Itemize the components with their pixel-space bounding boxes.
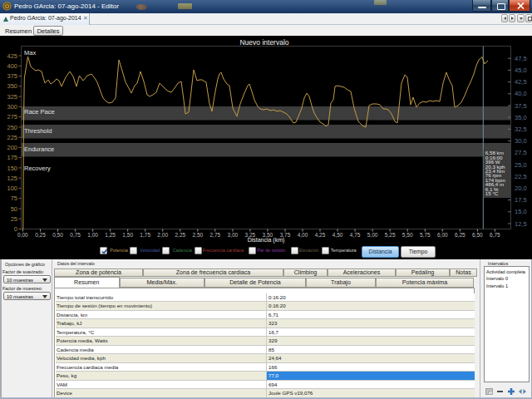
svg-text:4,75: 4,75 [350,232,361,238]
svg-text:42,5: 42,5 [515,78,527,86]
svg-text:Race Pace: Race Pace [24,108,55,116]
svg-text:17,5: 17,5 [515,196,527,204]
svg-text:1,75: 1,75 [140,232,150,238]
svg-text:4,50: 4,50 [332,232,343,238]
svg-text:20,0: 20,0 [515,185,527,192]
svg-text:6,75: 6,75 [490,232,500,238]
svg-text:15,0: 15,0 [515,208,527,215]
svg-text:2,25: 2,25 [175,232,185,238]
svg-text:275: 275 [7,113,17,121]
svg-text:40,0: 40,0 [515,90,527,97]
svg-text:0,25: 0,25 [35,232,46,238]
svg-text:125: 125 [7,175,17,182]
svg-text:Endurance: Endurance [24,145,54,153]
svg-text:37,5: 37,5 [515,102,527,110]
svg-text:6,25: 6,25 [455,232,466,238]
svg-text:375: 375 [7,72,17,80]
svg-text:47,5: 47,5 [515,55,527,62]
svg-text:25,0: 25,0 [515,161,527,169]
svg-text:50: 50 [11,205,17,213]
svg-text:Distancia (km): Distancia (km) [248,237,285,244]
svg-text:300: 300 [7,103,17,111]
svg-text:Threshold: Threshold [24,127,52,135]
svg-text:2,75: 2,75 [209,232,220,238]
svg-text:5,25: 5,25 [385,232,396,238]
svg-text:0,00: 0,00 [17,232,28,238]
svg-text:425: 425 [7,52,17,60]
svg-text:400: 400 [7,62,17,70]
svg-text:12,5: 12,5 [515,220,527,228]
svg-text:35,0: 35,0 [515,114,527,121]
svg-text:1,25: 1,25 [105,232,116,238]
svg-text:6,50: 6,50 [472,232,483,238]
svg-text:0,50: 0,50 [52,232,63,238]
svg-text:175: 175 [7,154,17,161]
svg-text:150: 150 [7,165,17,172]
svg-text:3,00: 3,00 [228,232,239,238]
svg-text:2,00: 2,00 [157,232,168,238]
svg-text:4,00: 4,00 [298,232,308,238]
svg-text:75: 75 [11,195,17,202]
svg-text:325: 325 [7,93,17,101]
svg-text:27,5: 27,5 [515,149,527,156]
svg-text:22,5: 22,5 [515,173,527,180]
svg-text:Recovery: Recovery [24,165,51,172]
svg-text:4,25: 4,25 [315,232,326,238]
svg-text:32,5: 32,5 [515,126,527,133]
svg-text:250: 250 [7,124,17,131]
svg-text:5,75: 5,75 [420,232,431,238]
svg-text:100: 100 [7,185,17,192]
svg-text:1,50: 1,50 [122,232,133,238]
svg-text:1,00: 1,00 [87,232,98,238]
svg-text:15 °C: 15 °C [485,190,499,196]
svg-text:225: 225 [7,134,17,141]
svg-text:350: 350 [7,82,17,90]
svg-text:25: 25 [11,215,17,223]
svg-text:Max: Max [24,49,36,57]
svg-text:30,0: 30,0 [515,137,527,145]
svg-text:2,50: 2,50 [192,232,203,238]
svg-text:45,0: 45,0 [515,66,527,74]
svg-text:6,00: 6,00 [437,232,448,238]
svg-text:5,00: 5,00 [367,232,378,238]
svg-text:0,75: 0,75 [70,232,81,238]
svg-text:5,50: 5,50 [402,232,413,238]
svg-text:200: 200 [7,144,17,151]
